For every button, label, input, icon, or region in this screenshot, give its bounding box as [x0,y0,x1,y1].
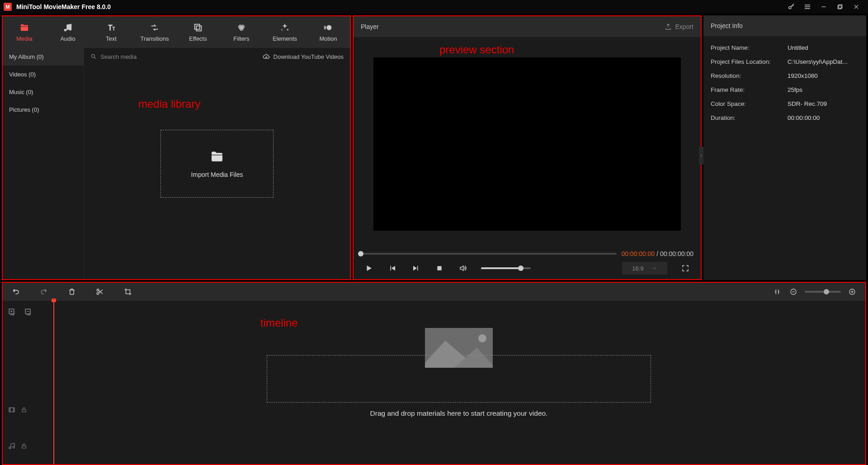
proj-row-resolution: Resolution:1920x1080 [711,69,859,83]
player-title: Player [361,23,379,30]
transitions-icon [150,23,160,33]
video-preview[interactable] [373,57,681,231]
proj-row-duration: Duration:00:00:00:00 [711,111,859,125]
album-music[interactable]: Music (0) [3,83,84,101]
effects-icon [193,23,203,33]
timeline-drop-message: Drag and drop materials here to start cr… [370,409,548,418]
prev-frame-button[interactable] [387,263,398,274]
crop-button[interactable] [123,287,133,297]
tab-label: Elements [273,35,297,42]
zoom-out-button[interactable] [788,287,798,297]
timeline-wrap: timeline Drag and drop materials here to… [2,282,866,465]
close-button[interactable] [848,0,864,13]
album-list: My Album (0) Videos (0) Music (0) Pictur… [3,48,84,279]
activate-key-icon[interactable] [783,0,799,13]
svg-point-7 [239,27,243,31]
track-header-column [3,301,52,464]
add-track-icon[interactable] [8,308,16,316]
minimize-button[interactable] [816,0,832,13]
timeline-dropzone[interactable] [267,355,651,403]
volume-slider[interactable] [481,267,531,269]
project-info-body: Project Name:Untitled Project Files Loca… [703,36,866,129]
album-pictures[interactable]: Pictures (0) [3,101,84,119]
search-placeholder: Search media [100,53,137,60]
preview-canvas [361,43,693,246]
redo-button[interactable] [39,287,49,297]
tab-media[interactable]: Media [3,16,46,48]
audio-track-header [3,428,52,464]
playhead[interactable] [53,300,54,464]
tab-transitions[interactable]: Transitions [133,16,176,48]
tab-label: Filters [233,35,249,42]
volume-button[interactable] [458,263,468,274]
proj-row-location: Project Files Location:C:\Users\yyl\AppD… [711,55,859,69]
undo-button[interactable] [11,287,21,297]
import-media-button[interactable]: Import Media Files [160,130,274,198]
tab-label: Motion [319,35,337,42]
tab-elements[interactable]: Elements [263,16,307,48]
proj-row-framerate: Frame Rate:25fps [711,83,859,97]
export-icon [665,23,672,30]
zoom-in-button[interactable] [847,287,857,297]
search-media[interactable]: Search media [90,53,258,60]
zoom-slider[interactable] [805,291,841,293]
lock-icon[interactable] [21,407,27,413]
media-library-panel: Media Audio Text Transitions Effects Fil… [2,15,351,280]
svg-rect-1 [839,5,842,8]
svg-rect-3 [195,24,200,29]
proj-row-name: Project Name:Untitled [711,41,859,55]
remove-track-icon[interactable] [24,308,33,316]
tab-filters[interactable]: Filters [220,16,263,48]
media-area: Search media Download YouTube Videos Imp… [84,48,350,279]
sparkle-icon [280,23,290,33]
hamburger-menu-icon[interactable] [799,0,816,13]
maximize-button[interactable] [832,0,848,13]
tab-effects[interactable]: Effects [176,16,220,48]
stop-button[interactable] [434,263,445,274]
album-videos[interactable]: Videos (0) [3,66,84,83]
motion-icon [323,23,333,33]
folder-icon [210,149,224,164]
project-info-title: Project Info [703,15,866,36]
download-youtube-link[interactable]: Download YouTube Videos [263,53,344,60]
panel-collapse-handle[interactable] [699,147,703,165]
split-button[interactable] [95,287,105,297]
svg-rect-10 [437,266,441,270]
tab-motion[interactable]: Motion [307,16,350,48]
export-button[interactable]: Export [665,23,693,30]
timecode-current: 00:00:00:00 [621,250,655,257]
svg-rect-2 [838,5,841,9]
tab-label: Effects [189,35,207,42]
aspect-ratio-value: 16:9 [632,265,643,272]
media-category-tabs: Media Audio Text Transitions Effects Fil… [3,16,350,48]
svg-point-9 [91,54,94,57]
timecode-total: 00:00:00:00 [660,250,693,257]
svg-rect-19 [22,446,26,448]
svg-rect-17 [9,408,14,412]
album-my-album[interactable]: My Album (0) [3,48,84,66]
tab-label: Media [16,35,32,42]
text-icon [106,23,116,33]
timeline-fit-button[interactable] [772,287,782,297]
download-youtube-label: Download YouTube Videos [274,53,344,60]
app-icon: M [4,3,12,11]
video-track-icon [8,406,15,413]
lock-icon[interactable] [21,443,27,449]
next-frame-button[interactable] [410,263,421,274]
music-note-icon [63,23,73,33]
app-title: MiniTool MovieMaker Free 8.0.0 [16,3,783,10]
fullscreen-button[interactable] [680,263,691,274]
delete-button[interactable] [67,287,77,297]
annotation-timeline: timeline [260,317,298,329]
tab-audio[interactable]: Audio [46,16,90,48]
timeline-tracks[interactable]: timeline Drag and drop materials here to… [52,301,865,464]
timeline-toolbar [3,283,865,301]
tab-text[interactable]: Text [90,16,133,48]
timecode: 00:00:00:00 / 00:00:00:00 [621,250,693,257]
timecode-sep: / [655,250,660,257]
seek-slider[interactable] [361,253,617,255]
player-panel: Player Export preview section 00:00:00:0… [353,15,702,280]
play-button[interactable] [363,263,374,274]
tab-label: Audio [60,35,75,42]
aspect-ratio-select[interactable]: 16:9 [622,262,667,275]
